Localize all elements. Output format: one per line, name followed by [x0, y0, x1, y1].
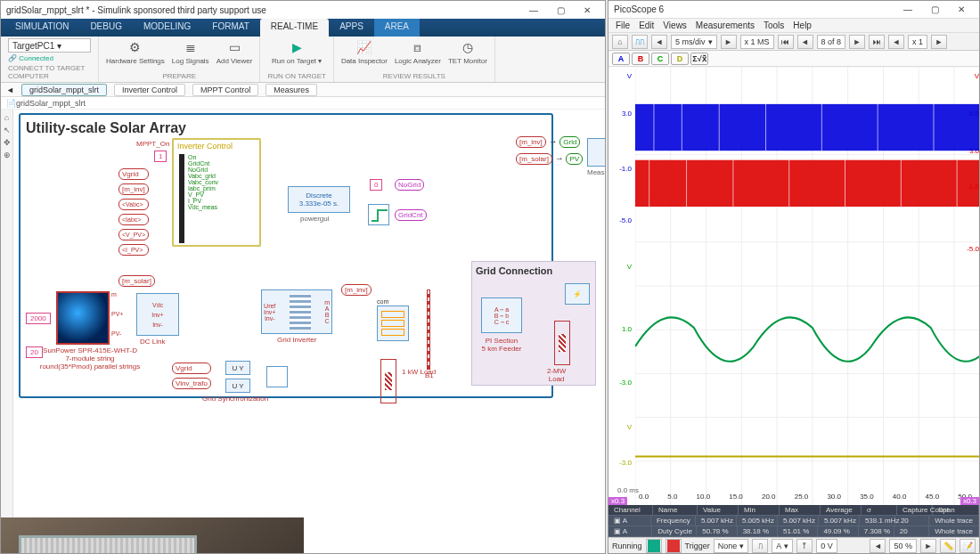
scope-display[interactable]: V 3.0 -1.0 -5.0 V 1.0 -3.0 V -3.0 V 5.0 … [608, 67, 979, 505]
channel-tab-b[interactable]: B [632, 53, 649, 65]
nav-back-button[interactable]: ◄ [6, 86, 14, 94]
group-grid-connection[interactable]: Grid Connection A ⎓ aB ⎓ bC ⎓ c PI Secti… [471, 261, 596, 386]
run-button[interactable] [646, 539, 662, 553]
target-dropdown[interactable]: TargetPC1▾ [8, 38, 91, 53]
hardware-settings-button[interactable]: ⚙Hardware Settings [106, 38, 165, 65]
close-button[interactable]: ✕ [949, 3, 974, 17]
scope-mode-button[interactable]: ⎍⎍ [632, 35, 648, 49]
tag-m-inv2[interactable]: [m_inv] [516, 136, 546, 148]
block-load-2mw[interactable] [554, 321, 570, 365]
tag-vgrid[interactable]: Vgrid [118, 168, 149, 180]
block-grid-inverter[interactable]: UrefInv+Inv- mABC [261, 289, 332, 334]
ribbon-tab-area[interactable]: AREA [374, 19, 420, 37]
trig-level[interactable]: 0 V [816, 539, 837, 553]
block-sync-1[interactable]: U Y [225, 361, 250, 375]
ribbon-tab-modeling[interactable]: MODELING [133, 19, 201, 37]
maximize-button[interactable]: ▢ [548, 3, 573, 17]
breadcrumb[interactable]: 📄 gridSolar_mppt_slrt [1, 97, 605, 110]
tag-vgrid2[interactable]: Vgrid [172, 363, 211, 374]
pretrigger[interactable]: 50 % [889, 539, 917, 553]
zoom-prev-button[interactable]: ◄ [888, 35, 904, 49]
buf-last-button[interactable]: ⏭ [869, 35, 885, 49]
minimize-button[interactable]: — [521, 3, 546, 17]
block-dc-link[interactable]: Vdc Inv+ Inv- [136, 293, 179, 336]
model-canvas[interactable]: Utility-scale Solar Array MPPT_On 1 Vgri… [17, 110, 605, 403]
block-powergui[interactable]: Discrete 3.333e-05 s. [288, 186, 350, 213]
samples-select[interactable]: x 1 MS [740, 35, 774, 49]
block-pi-section[interactable]: A ⎓ aB ⎓ bC ⎓ c [481, 297, 522, 333]
menu-edit[interactable]: Edit [639, 20, 654, 30]
tag-gridcnt[interactable]: GridCnt [395, 209, 427, 221]
trig-rising-button[interactable]: ⤒ [796, 539, 813, 553]
tag-grid[interactable]: Grid [559, 136, 580, 148]
tag-vabc[interactable]: <Vabc> [118, 199, 149, 210]
zoom-fit-icon[interactable]: ⌂ [4, 113, 9, 122]
pan-icon[interactable]: ✥ [4, 138, 11, 147]
block-step[interactable] [368, 204, 389, 225]
const-mppt-on[interactable]: 1 [154, 151, 167, 162]
home-button[interactable]: ⌂ [612, 35, 628, 49]
trig-edge-button[interactable]: ⎍ [752, 539, 768, 553]
buf-prev-button[interactable]: ◄ [797, 35, 813, 49]
logic-analyzer-button[interactable]: ⧈Logic Analyzer [395, 38, 441, 65]
prev-button[interactable]: ◄ [651, 35, 667, 49]
block-sync-2[interactable]: U Y [225, 379, 250, 393]
block-measure[interactable] [377, 306, 409, 341]
menu-tools[interactable]: Tools [764, 20, 784, 30]
stop-button[interactable] [666, 539, 682, 553]
cursor-right[interactable]: x0.3 [960, 497, 979, 505]
block-scope[interactable] [266, 366, 288, 387]
tag-ipv[interactable]: <I_PV> [118, 244, 149, 256]
channel-tab-a[interactable]: A [612, 53, 630, 65]
ribbon-tab-format[interactable]: FORMAT [201, 19, 259, 37]
bus-b1[interactable] [427, 289, 430, 370]
tag-iabc[interactable]: <Iabc> [118, 214, 149, 225]
zoom-select[interactable]: x 1 [908, 35, 927, 49]
tag-pv[interactable]: PV [566, 153, 583, 165]
tag-m-solar[interactable]: [m_solar] [118, 275, 155, 287]
menu-views[interactable]: Views [663, 20, 687, 30]
block-measures[interactable] [587, 138, 605, 167]
tag-vinv-trafo[interactable]: Vinv_trafo [172, 378, 211, 389]
block-load-1kw[interactable] [380, 359, 396, 403]
const-2000[interactable]: 2000 [26, 313, 51, 324]
editor-tab[interactable]: Measures [265, 84, 317, 96]
math-channel-button[interactable]: Σ√x̄ [690, 53, 708, 65]
zoom-icon[interactable]: ⊕ [4, 151, 11, 159]
zoom-next-button[interactable]: ► [931, 35, 947, 49]
cursor-icon[interactable]: ↖ [4, 126, 11, 134]
buffer-indicator[interactable]: 8 of 8 [817, 35, 846, 49]
maximize-button[interactable]: ▢ [922, 3, 947, 17]
tag-m-solar2[interactable]: [m_solar] [516, 153, 552, 165]
trig-channel-select[interactable]: A ▾ [772, 539, 793, 553]
buf-first-button[interactable]: ⏮ [778, 35, 794, 49]
run-on-target-button[interactable]: ▶Run on Target ▾ [272, 38, 322, 65]
menu-file[interactable]: File [616, 20, 630, 30]
notes-button[interactable]: 📝 [960, 539, 976, 553]
editor-tab[interactable]: gridSolar_mppt_slrt [21, 84, 107, 96]
editor-tab[interactable]: Inverter Control [114, 84, 185, 96]
log-signals-button[interactable]: ≣Log Signals [172, 38, 209, 65]
trigger-mode-select[interactable]: None ▾ [714, 539, 749, 553]
channel-tab-d[interactable]: D [671, 53, 689, 65]
tag-m-inv[interactable]: [m_inv] [118, 183, 149, 195]
table-row[interactable]: ▣ A Duty Cycle 50.78 % 38.18 % 51.01 % 4… [608, 526, 979, 537]
add-viewer-button[interactable]: ▭Add Viewer [216, 38, 253, 65]
tag-m-inv-out[interactable]: [m_inv] [341, 284, 372, 296]
next-button[interactable]: ► [721, 35, 737, 49]
minimize-button[interactable]: — [895, 3, 920, 17]
block-inverter-control[interactable]: Inverter Control On GridCnt NoGrid Vabc_… [172, 138, 261, 247]
timebase-select[interactable]: 5 ms/div ▾ [671, 35, 717, 49]
tag-vpv[interactable]: <V_PV> [118, 229, 149, 240]
tag-nogrid[interactable]: NoGrid [395, 179, 424, 191]
tet-monitor-button[interactable]: ◷TET Monitor [448, 38, 487, 65]
ribbon-tab-debug[interactable]: DEBUG [79, 19, 133, 37]
pretrig-prev[interactable]: ◄ [870, 539, 886, 553]
block-pv-array[interactable] [56, 291, 110, 345]
editor-tab[interactable]: MPPT Control [192, 84, 258, 96]
ribbon-tab-apps[interactable]: APPS [329, 19, 374, 37]
cursor-left[interactable]: x0.3 [608, 497, 627, 505]
ribbon-tab-simulation[interactable]: SIMULATION [4, 19, 79, 37]
buf-next-button[interactable]: ► [849, 35, 865, 49]
data-inspector-button[interactable]: 📈Data Inspector [341, 38, 388, 65]
